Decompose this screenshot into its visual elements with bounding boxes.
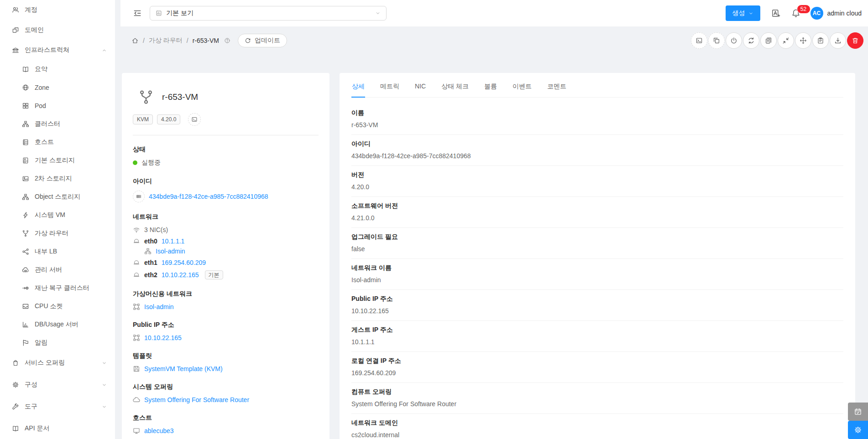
ui-settings-button[interactable] xyxy=(848,421,868,439)
nic-ip-link[interactable]: 10.1.1.1 xyxy=(162,238,185,245)
sidebar-item-virtual-router[interactable]: 가상 라우터 xyxy=(0,224,115,243)
fork-icon xyxy=(22,230,29,237)
reload-icon xyxy=(245,37,251,44)
sidebar-item-account[interactable]: 계정 xyxy=(0,0,115,20)
sidebar-item-tools[interactable]: 도구 xyxy=(0,396,115,418)
tab-metrics[interactable]: 메트릭 xyxy=(380,76,400,98)
tag-row: KVM 4.20.0 xyxy=(133,113,319,126)
clipboard-icon xyxy=(817,37,824,44)
detail-row-network-name: 네트워크 이름Isol-admin xyxy=(351,259,843,290)
destroy-router-button[interactable] xyxy=(847,32,863,49)
update-patch-button[interactable] xyxy=(760,32,777,49)
sidebar-item-alerts[interactable]: 알림 xyxy=(0,334,115,352)
tab-nic[interactable]: NIC xyxy=(414,76,426,98)
bar-chart-icon xyxy=(22,321,29,328)
resource-summary-card: r-653-VM KVM 4.20.0 상태 실행중 아이디 434bde9a-… xyxy=(122,73,329,439)
vm-network-link[interactable]: Isol-admin xyxy=(144,303,174,310)
sidebar-item-infrastructure[interactable]: 인프라스트럭쳐 xyxy=(0,40,115,60)
book-icon xyxy=(12,425,19,432)
breadcrumb-current: r-653-VM xyxy=(193,37,219,44)
tab-volumes[interactable]: 볼륨 xyxy=(484,76,497,98)
id-section: 아이디 434bde9a-f128-42ce-a985-7cc882410968 xyxy=(133,177,319,202)
reboot-router-button[interactable] xyxy=(743,32,759,49)
gear-icon xyxy=(854,426,862,434)
top-header: 기본 보기 생성 52 AC admin cloud xyxy=(120,0,868,26)
move-icon xyxy=(800,37,807,44)
sidebar: 계정 도메인 인프라스트럭쳐 요약 Zone Pod 클러스터 호스트 기본 스… xyxy=(0,0,115,439)
sidebar-item-system-vm[interactable]: 시스템 VM xyxy=(0,206,115,224)
status-dot xyxy=(133,160,137,165)
public-ip-link[interactable]: 10.10.22.165 xyxy=(144,334,182,341)
detail-card: 상세 메트릭 NIC 상태 체크 볼륨 이벤트 코멘트 이름r-653-VM 아… xyxy=(340,73,855,439)
nic-row: eth0 10.1.1.1 xyxy=(133,238,319,245)
view-selector[interactable]: 기본 보기 xyxy=(150,6,387,21)
diagnostics-button[interactable] xyxy=(812,32,829,49)
nic-ip-link[interactable]: 10.10.22.165 xyxy=(162,271,199,279)
detail-row-compute-offering: 컴퓨트 오퍼링System Offering For Software Rout… xyxy=(351,383,843,414)
chevron-down-icon xyxy=(102,404,107,409)
copy-action-button[interactable] xyxy=(708,32,725,49)
sidebar-item-dr-cluster[interactable]: 재난 복구 클러스터 xyxy=(0,279,115,297)
resource-id-link[interactable]: 434bde9a-f128-42ce-a985-7cc882410968 xyxy=(149,193,268,200)
console-action-button[interactable] xyxy=(691,32,707,49)
home-icon[interactable] xyxy=(131,37,139,44)
resource-title-row: r-653-VM xyxy=(133,85,319,106)
template-section: 템플릿 SystemVM Template (KVM) xyxy=(133,352,319,372)
sidebar-item-internal-lb[interactable]: 내부 LB xyxy=(0,243,115,261)
tab-comments[interactable]: 코멘트 xyxy=(547,76,567,98)
sidebar-item-domain[interactable]: 도메인 xyxy=(0,20,115,40)
detail-row-link-local-ip: 로컬 연결 IP 주소169.254.60.209 xyxy=(351,352,843,383)
storage-icon xyxy=(22,157,29,164)
open-console-button[interactable] xyxy=(188,113,201,126)
sidebar-item-db-usage-server[interactable]: DB/Usage 서버 xyxy=(0,315,115,334)
sidebar-item-summary[interactable]: 요약 xyxy=(0,60,115,78)
menu-fold-button[interactable] xyxy=(131,7,143,19)
notifications-button[interactable]: 52 xyxy=(791,9,800,18)
sidebar-item-cluster[interactable]: 클러스터 xyxy=(0,115,115,133)
translation-button[interactable] xyxy=(770,8,781,19)
sidebar-item-api-doc[interactable]: API 문서 xyxy=(0,418,115,439)
download-diagnostics-button[interactable] xyxy=(830,32,846,49)
nic-network-link[interactable]: Isol-admin xyxy=(156,248,185,255)
sidebar-item-cpu-socket[interactable]: CPU 소켓 xyxy=(0,297,115,315)
avatar: AC xyxy=(810,7,823,20)
vm-network-section: 가상머신용 네트워크 Isol-admin xyxy=(133,290,319,310)
sidebar-item-zone[interactable]: Zone xyxy=(0,78,115,97)
view-selector-value: 기본 보기 xyxy=(166,9,193,17)
scale-router-button[interactable] xyxy=(778,32,794,49)
migrate-router-button[interactable] xyxy=(795,32,811,49)
copy-icon xyxy=(713,37,720,44)
sidebar-item-secondary-storage[interactable]: 2차 스토리지 xyxy=(0,170,115,188)
template-link[interactable]: SystemVM Template (KVM) xyxy=(144,365,223,372)
event-timeline-button[interactable] xyxy=(848,403,868,421)
help-icon[interactable] xyxy=(224,37,230,44)
sidebar-item-pod[interactable]: Pod xyxy=(0,97,115,115)
inbox-icon xyxy=(22,303,29,310)
guest-network-icon xyxy=(144,248,152,255)
chevron-down-icon xyxy=(375,10,381,16)
tab-health-check[interactable]: 상태 체크 xyxy=(441,76,469,98)
tab-details[interactable]: 상세 xyxy=(351,76,365,98)
detail-row-guest-ip: 게스트 IP 주소10.1.1.1 xyxy=(351,321,843,352)
update-button[interactable]: 업데이트 xyxy=(238,34,287,47)
user-menu[interactable]: AC admin cloud xyxy=(810,7,862,20)
system-offering-link[interactable]: System Offering For Software Router xyxy=(144,396,249,403)
nic-ip-link[interactable]: 169.254.60.209 xyxy=(162,259,206,266)
create-button[interactable]: 생성 xyxy=(726,5,760,21)
default-nic-badge: 기본 xyxy=(205,270,223,279)
sidebar-item-service-offering[interactable]: 서비스 오퍼링 xyxy=(0,352,115,374)
chevron-up-icon xyxy=(102,48,107,53)
book-icon xyxy=(22,66,29,73)
sidebar-item-management-server[interactable]: 관리 서버 xyxy=(0,261,115,279)
sidebar-item-configuration[interactable]: 구성 xyxy=(0,374,115,396)
cloud-icon xyxy=(133,396,140,403)
sidebar-item-primary-storage[interactable]: 기본 스토리지 xyxy=(0,151,115,170)
breadcrumb-section-link[interactable]: 가상 라우터 xyxy=(149,36,183,45)
tab-events[interactable]: 이벤트 xyxy=(512,76,532,98)
sidebar-item-object-storage[interactable]: Object 스토리지 xyxy=(0,188,115,206)
stop-router-button[interactable] xyxy=(726,32,742,49)
sidebar-item-host[interactable]: 호스트 xyxy=(0,133,115,151)
picture-icon xyxy=(22,175,29,182)
host-link[interactable]: ablecube3 xyxy=(144,427,174,434)
nic-count: 3 NIC(s) xyxy=(144,226,168,233)
